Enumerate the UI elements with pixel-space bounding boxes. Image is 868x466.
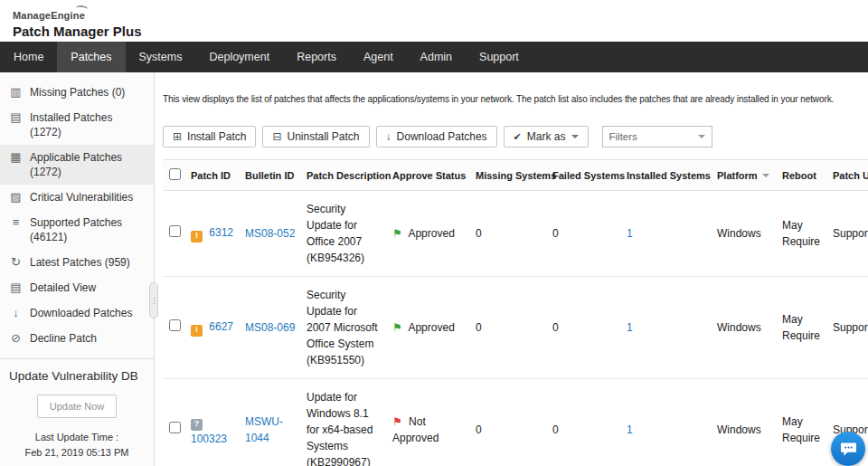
installed-systems-link[interactable]: 1: [627, 423, 633, 436]
sidebar-item-installed-patches[interactable]: ▤ Installed Patches (1272): [0, 105, 154, 145]
detailed-view-icon: ▤: [9, 281, 23, 295]
sidebar-item-label: Critical Vulnerabilities: [30, 190, 133, 204]
view-description: This view displays the list of patches t…: [163, 94, 868, 104]
patch-uninstallation-cell: Supported: [828, 191, 868, 277]
installed-systems-link[interactable]: 1: [627, 321, 633, 334]
nav-item-support[interactable]: Support: [466, 42, 533, 72]
column-header-failed-systems: Failed Systems: [548, 160, 622, 191]
sidebar-item-label: Latest Patches (959): [30, 255, 130, 270]
row-checkbox[interactable]: [169, 422, 181, 433]
approve-flag-icon: ⚑: [392, 415, 402, 428]
sidebar-item-detailed-view[interactable]: ▤ Detailed View: [0, 275, 154, 300]
bulletin-id-link[interactable]: MSWU-1044: [245, 415, 283, 444]
app-window: ManageEngine Patch Manager Plus Home Pat…: [0, 0, 868, 466]
decline-patch-icon: ⊘: [9, 331, 23, 346]
filters-label: Filters: [609, 131, 637, 142]
installed-systems-link[interactable]: 1: [627, 227, 633, 240]
nav-item-deployment[interactable]: Deployment: [195, 42, 283, 72]
platform-filter-icon[interactable]: [762, 174, 769, 177]
patches-table: Patch ID Bulletin ID Patch Description A…: [163, 159, 868, 466]
approve-status-text: Approved: [408, 321, 454, 334]
install-patch-button[interactable]: ⊞ Install Patch: [163, 126, 256, 147]
patches-table-container: Patch ID Bulletin ID Patch Description A…: [163, 159, 868, 466]
nav-item-reports[interactable]: Reports: [283, 42, 350, 72]
reboot-cell: May Require: [778, 379, 828, 466]
sidebar-item-label: Applicable Patches (1272): [30, 150, 137, 179]
mark-as-label: Mark as: [527, 130, 566, 143]
download-patches-button[interactable]: ↓ Download Patches: [376, 126, 497, 147]
column-header-patch-uninstallation: Patch Uninst: [828, 160, 868, 191]
sidebar-item-label: Downloaded Patches: [30, 306, 132, 320]
supported-patches-icon: ≡: [9, 215, 23, 230]
latest-patches-icon: ↻: [9, 255, 23, 270]
download-patches-label: Download Patches: [397, 130, 487, 143]
column-header-approve-status: Approve Status: [388, 160, 471, 191]
last-update-value: Feb 21, 2019 05:13 PM: [9, 445, 145, 461]
installed-patches-icon: ▤: [9, 110, 23, 125]
sidebar-item-decline-patch[interactable]: ⊘ Decline Patch: [0, 326, 154, 351]
column-header-patch-description: Patch Description: [302, 160, 388, 191]
table-header-row: Patch ID Bulletin ID Patch Description A…: [163, 160, 868, 191]
reboot-cell: May Require: [778, 191, 828, 277]
column-header-reboot: Reboot: [778, 160, 828, 191]
download-icon: ↓: [386, 131, 392, 142]
table-row: ! 6627 MS08-069 Security Update for 2007…: [163, 277, 868, 379]
nav-item-admin[interactable]: Admin: [407, 42, 466, 72]
row-checkbox[interactable]: [169, 319, 181, 331]
select-all-checkbox[interactable]: [169, 168, 181, 180]
main-nav: Home Patches Systems Deployment Reports …: [0, 42, 868, 72]
logo-swoosh-icon: [76, 5, 89, 12]
sidebar-item-label: Supported Patches (46121): [30, 215, 137, 244]
brand-header: ManageEngine Patch Manager Plus: [0, 0, 868, 42]
bulletin-id-link[interactable]: MS08-052: [245, 227, 295, 240]
nav-item-agent[interactable]: Agent: [350, 42, 407, 72]
approve-status-text: Approved: [408, 227, 454, 240]
mark-as-button[interactable]: ✔ Mark as: [504, 126, 589, 147]
patch-id-link[interactable]: 6627: [209, 320, 233, 333]
chat-support-button[interactable]: [831, 432, 865, 466]
chevron-down-icon: [571, 135, 579, 138]
patch-id-link[interactable]: 100323: [191, 433, 227, 445]
update-now-button[interactable]: Update Now: [37, 395, 118, 418]
missing-patches-icon: ▥: [9, 85, 23, 100]
install-icon: ⊞: [173, 131, 182, 142]
applicable-patches-icon: ▦: [9, 150, 23, 165]
nav-item-patches[interactable]: Patches: [57, 42, 125, 72]
bulletin-id-link[interactable]: MS08-069: [245, 321, 295, 334]
sidebar-item-supported-patches[interactable]: ≡ Supported Patches (46121): [0, 210, 154, 250]
update-db-title: Update Vulnerability DB: [9, 369, 145, 383]
install-patch-label: Install Patch: [187, 130, 246, 143]
sidebar-item-applicable-patches[interactable]: ▦ Applicable Patches (1272): [0, 145, 154, 185]
column-header-installed-systems: Installed Systems: [622, 160, 712, 191]
patch-severity-icon: !: [191, 325, 203, 337]
approve-flag-icon: ⚑: [392, 227, 402, 240]
nav-item-systems[interactable]: Systems: [126, 42, 196, 72]
sidebar-item-critical-vulnerabilities[interactable]: ▨ Critical Vulnerabilities: [0, 185, 154, 210]
nav-item-home[interactable]: Home: [0, 42, 57, 72]
uninstall-patch-button[interactable]: ⊟ Uninstall Patch: [262, 126, 369, 147]
missing-systems-cell: 0: [471, 379, 548, 466]
column-header-missing-systems: Missing Systems: [471, 160, 548, 191]
sidebar-item-label: Installed Patches (1272): [30, 110, 137, 139]
approve-flag-icon: ⚑: [392, 321, 402, 334]
chevron-down-icon: [698, 135, 705, 138]
row-checkbox[interactable]: [169, 225, 181, 237]
patch-severity-icon: ?: [191, 419, 203, 431]
failed-systems-cell: 0: [548, 191, 622, 277]
patch-description-cell: Security Update for Office 2007 (KB95432…: [302, 191, 388, 277]
filters-dropdown[interactable]: Filters: [602, 126, 712, 147]
patch-id-link[interactable]: 6312: [209, 226, 233, 239]
patch-uninstallation-cell: Supported: [828, 277, 868, 379]
last-update-label: Last Update Time :: [9, 430, 145, 445]
uninstall-icon: ⊟: [272, 131, 281, 142]
missing-systems-cell: 0: [471, 191, 548, 277]
sidebar-collapse-handle[interactable]: ⋮: [149, 282, 158, 319]
chat-bubble-icon: [840, 442, 857, 457]
sidebar-item-latest-patches[interactable]: ↻ Latest Patches (959): [0, 250, 154, 275]
column-header-bulletin-id: Bulletin ID: [241, 160, 302, 191]
sidebar-item-downloaded-patches[interactable]: ↓ Downloaded Patches: [0, 300, 154, 326]
sidebar-item-missing-patches[interactable]: ▥ Missing Patches (0): [0, 80, 154, 105]
manageengine-logo-text: ManageEngine: [13, 10, 85, 21]
patch-description-cell: Security Update for 2007 Microsoft Offic…: [302, 277, 388, 379]
grip-icon: ⋮: [150, 296, 157, 305]
